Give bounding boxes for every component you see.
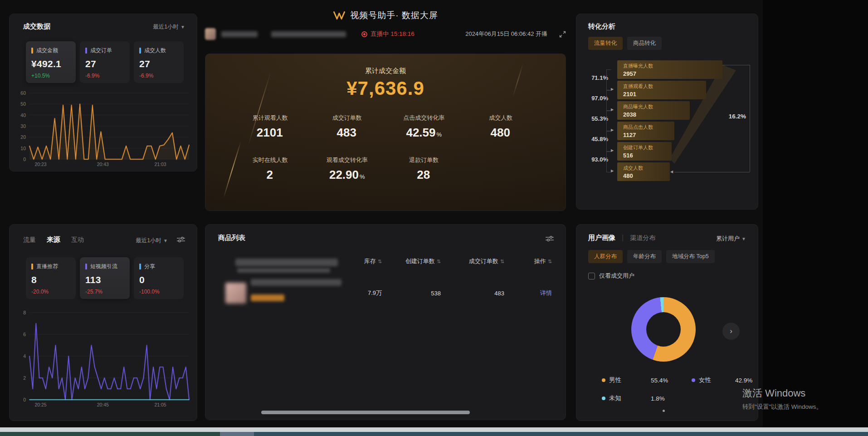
page-horizontal-scrollbar[interactable] — [0, 427, 868, 432]
metric-card-sales-amount[interactable]: 成交金额 ¥492.1 +10.5% — [26, 41, 76, 83]
sort-icon: ⇅ — [378, 259, 382, 265]
stat-click-conversion: 点击成交转化率42.59% — [385, 114, 463, 140]
tab-user-profile[interactable]: 用户画像 — [588, 234, 615, 242]
series-marker — [31, 48, 33, 54]
svg-text:20: 20 — [20, 134, 26, 140]
column-header-deal-orders[interactable]: 成交订单数⇅ — [441, 257, 504, 265]
hero-label: 累计成交金额 — [205, 67, 566, 75]
funnel-arrow-icon: ▶ — [611, 128, 614, 132]
svg-text:20:25: 20:25 — [34, 402, 46, 407]
series-marker — [85, 48, 87, 54]
legend-item-unknown[interactable]: 未知 — [602, 394, 651, 402]
funnel-stage: 直播曝光人数2957 — [617, 60, 722, 79]
carousel-dot[interactable] — [663, 410, 665, 412]
svg-text:20:43: 20:43 — [97, 162, 109, 167]
metric-card-share[interactable]: 分享 0 -100.0% — [134, 257, 184, 299]
window-right-gutter — [763, 0, 868, 427]
redacted-account-name — [221, 31, 258, 37]
table-header-row: 库存⇅ 创建订单数⇅ 成交订单数⇅ 操作⇅ — [219, 253, 552, 270]
legend-dot — [602, 397, 605, 400]
detail-link[interactable]: 详情 — [504, 289, 552, 297]
table-row: 7.9万 538 483 详情 — [219, 275, 552, 311]
conversion-analysis-panel: 转化分析 流量转化 商品转化 直播曝光人数2957 直播观看人数2101 商品曝… — [576, 14, 758, 210]
carousel-next-button[interactable]: › — [722, 323, 740, 340]
metric-card-live-recommend[interactable]: 直播推荐 8 -20.0% — [26, 257, 76, 299]
chevron-down-icon: ▼ — [163, 238, 168, 243]
taskbar-edge — [0, 432, 868, 436]
column-header-created-orders[interactable]: 创建订单数⇅ — [382, 257, 441, 265]
funnel-arrow-icon: ▶ — [611, 108, 614, 112]
svg-text:30: 30 — [20, 123, 26, 129]
product-list-panel: 商品列表 库存⇅ 创建订单数⇅ 成交订单数⇅ 操作⇅ 7.9万 538 483 … — [205, 224, 566, 420]
traffic-time-filter[interactable]: 最近1小时▼ — [136, 237, 168, 245]
funnel-arrow-icon: ▶ — [611, 87, 614, 91]
redacted-product-price — [251, 294, 284, 301]
column-header-stock[interactable]: 库存⇅ — [339, 257, 382, 265]
products-horizontal-scrollbar[interactable] — [261, 411, 470, 414]
audience-panel: 用户画像 | 渠道分布 累计用户▼ 人群分布 年龄分布 地域分布 Top5 仅看… — [576, 224, 758, 421]
tab-interaction[interactable]: 互动 — [71, 236, 84, 244]
funnel-arrow-icon: ▶ — [611, 148, 614, 152]
tab-source[interactable]: 来源 — [47, 235, 60, 244]
tab-age-distribution[interactable]: 年龄分布 — [627, 250, 662, 263]
hero-stats-grid: 累计观看人数2101 成交订单数483 点击成交转化率42.59% 成交人数48… — [232, 114, 539, 182]
svg-text:40: 40 — [20, 113, 26, 118]
funnel-stage: 商品点击人数1127 — [617, 122, 674, 140]
filter-sliders-icon[interactable] — [177, 236, 185, 245]
taskbar-scroll-thumb[interactable] — [220, 432, 254, 436]
series-marker — [139, 264, 141, 269]
svg-text:4: 4 — [23, 353, 26, 359]
metric-card-short-video[interactable]: 短视频引流 113 -25.7% — [80, 257, 130, 299]
user-scope-filter[interactable]: 累计用户▼ — [716, 235, 746, 243]
svg-text:6: 6 — [23, 332, 26, 337]
stat-refund-orders: 退款订单数28 — [385, 156, 463, 182]
fullscreen-icon[interactable] — [559, 31, 566, 38]
tab-region-distribution[interactable]: 地域分布 Top5 — [666, 250, 715, 263]
cell-stock: 7.9万 — [339, 289, 382, 297]
live-timer: 15:18:16 — [390, 30, 414, 37]
funnel-chart: 直播曝光人数2957 直播观看人数2101 商品曝光人数2038 商品点击人数1… — [576, 14, 759, 210]
tab-gender-distribution[interactable]: 人群分布 — [588, 250, 623, 263]
sales-panel-title: 成交数据 — [23, 22, 50, 31]
funnel-stage: 创建订单人数516 — [617, 142, 672, 161]
app-title-bar: 视频号助手· 数据大屏 — [205, 7, 566, 24]
hero-value: ¥7,636.9 — [205, 78, 566, 99]
cell-created-orders: 538 — [382, 290, 441, 297]
channels-logo-icon — [333, 10, 346, 20]
tab-channel-distribution[interactable]: 渠道分布 — [630, 234, 655, 242]
funnel-stage: 成交人数480 — [617, 162, 670, 181]
legend-pct-male: 55.4% — [651, 377, 692, 384]
svg-text:0: 0 — [23, 397, 26, 402]
page-title: 视频号助手· 数据大屏 — [350, 10, 438, 21]
stat-deal-users: 成交人数480 — [463, 114, 540, 140]
funnel-step-rate: 71.1% — [583, 74, 608, 81]
sales-trend-chart: 010203040506020:2320:4321:03 — [15, 89, 193, 168]
stat-view-conversion: 观看成交转化率22.90% — [309, 156, 386, 182]
donut-hole — [646, 312, 681, 347]
metric-card-sales-orders[interactable]: 成交订单 27 -6.9% — [80, 41, 130, 83]
svg-text:2: 2 — [23, 375, 26, 381]
sort-icon: ⇅ — [500, 259, 504, 265]
funnel-stage: 直播观看人数2101 — [617, 81, 706, 99]
sales-time-filter[interactable]: 最近1小时▼ — [153, 23, 185, 31]
funnel-arrow-icon: ◀ — [670, 170, 673, 174]
svg-text:20:23: 20:23 — [34, 162, 46, 167]
legend-item-female[interactable]: 女性 — [692, 376, 735, 384]
svg-text:60: 60 — [20, 90, 26, 96]
sort-icon: ⇅ — [437, 259, 441, 265]
legend-pct-female: 42.9% — [735, 377, 771, 384]
traffic-trend-chart: 0246820:2520:4521:05 — [15, 309, 193, 409]
legend-item-male[interactable]: 男性 — [602, 376, 651, 384]
tab-traffic[interactable]: 流量 — [23, 236, 36, 244]
metric-card-sales-users[interactable]: 成交人数 27 -6.9% — [134, 41, 184, 83]
tab-divider: | — [622, 234, 624, 242]
column-header-action[interactable]: 操作⇅ — [504, 257, 552, 265]
cell-deal-orders: 483 — [441, 290, 504, 297]
stat-total-viewers: 累计观看人数2101 — [232, 114, 309, 140]
funnel-step-rate: 93.0% — [583, 156, 608, 163]
funnel-stage: 商品曝光人数2038 — [617, 101, 690, 120]
chevron-down-icon: ▼ — [180, 24, 185, 29]
deal-users-only-checkbox[interactable] — [588, 273, 595, 279]
series-marker — [31, 264, 33, 269]
filter-sliders-icon[interactable] — [546, 235, 554, 244]
